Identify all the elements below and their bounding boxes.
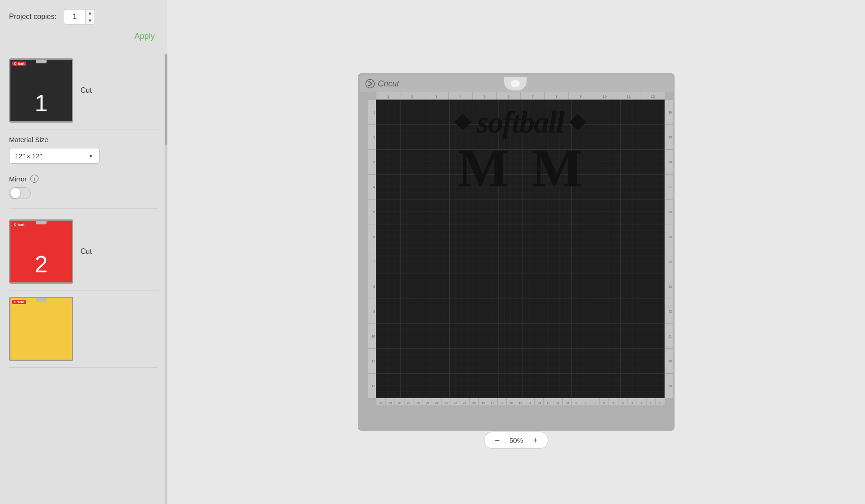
rbt-6: 6 [599,398,609,405]
rbt-10: 10 [562,398,572,405]
spinner-down[interactable]: ▼ [86,17,95,25]
diamond-right [570,114,586,131]
rbt-13: 13 [534,398,544,405]
mat-handle-top [504,77,527,90]
mirror-section: Mirror i [9,170,158,204]
cricut-logo: Cricut [365,79,399,89]
rbt-24: 24 [432,398,441,405]
rtl-4: 4 [368,174,376,199]
rbt-25: 25 [423,398,432,405]
corner-spacer [368,92,376,100]
rbt-2: 2 [637,398,646,405]
ruler-tick-10: 10 [593,92,617,100]
material-size-label: Material Size [9,136,158,143]
letter-m-left: M [458,141,509,195]
rbt-23: 23 [441,398,451,405]
bottom-corner-l [368,398,376,405]
ruler-tick-12: 12 [641,92,665,100]
sidebar: Project copies: ▲ ▼ Apply Cricut 1 Cut [0,0,167,504]
rbt-4: 4 [618,398,627,405]
cricut-badge-3: Cricut [12,300,26,304]
mat-grid: softball M M [376,100,665,398]
corner-spacer-r [665,92,673,100]
rtl-5: 5 [368,199,376,224]
mat-header: Cricut [360,75,673,92]
bottom-corner-r [665,398,673,405]
ruler-tick-5: 5 [472,92,496,100]
letter-m-right: M [532,141,583,195]
rtr-24: 24 [665,249,673,274]
rbt-L: L [655,398,665,405]
mat-thumbnail-2: Cricut 2 [9,219,73,284]
cricut-badge-1: Cricut [12,62,26,66]
mat-handle-3 [36,298,47,302]
rtr-22: 22 [665,299,673,323]
cricut-icon [365,79,375,89]
cricut-badge-2: Cricut [12,223,26,227]
rtr-23: 23 [665,274,673,299]
rtl-10: 10 [368,323,376,348]
zoom-controls: − 50% + [484,432,548,449]
section-divider [9,208,158,209]
apply-button[interactable]: Apply [131,30,158,43]
mirror-toggle[interactable] [9,187,31,199]
zoom-level-label: 50% [507,437,525,444]
rtl-12: 12 [368,373,376,398]
spinner-up[interactable]: ▲ [86,9,95,17]
mirror-info-icon[interactable]: i [30,175,38,183]
rtl-8: 8 [368,274,376,299]
spinner-arrows: ▲ ▼ [85,9,95,24]
ruler-right: 30 29 28 27 26 25 24 23 22 21 20 19 [665,100,673,398]
copies-spinner[interactable]: ▲ ▼ [64,9,95,24]
copies-input[interactable] [64,13,85,21]
rbt-29: 29 [385,398,395,405]
ruler-tick-9: 9 [568,92,592,100]
rbt-1: 1 [646,398,656,405]
mat-cards-container: Cricut 1 Cut Material Size 12" x 12" ▼ M… [9,52,158,504]
mm-row: M M [458,141,583,195]
ruler-tick-4: 4 [448,92,472,100]
mat-card-3[interactable]: Cricut [9,290,158,368]
zoom-out-button[interactable]: − [492,435,503,446]
ruler-tick-3: 3 [424,92,448,100]
size-dropdown[interactable]: 12" x 12" ▼ [9,148,100,164]
rbt-28: 28 [394,398,404,405]
rtr-25: 25 [665,224,673,249]
mirror-label-row: Mirror i [9,175,158,183]
project-copies-label: Project copies: [9,13,57,21]
rtl-9: 9 [368,299,376,323]
rtr-30: 30 [665,100,673,124]
rbt-18: 18 [488,398,497,405]
mat-handle-1 [36,60,47,63]
rbt-30: 30 [376,398,385,405]
mat-thumbnail-1: Cricut 1 [9,58,73,123]
rbt-11: 11 [553,398,562,405]
rtr-19: 19 [665,373,673,398]
rbt-20: 20 [469,398,479,405]
mat-number-1: 1 [35,90,48,117]
mat-label-2: Cut [81,247,92,256]
ruler-tick-1: 1 [376,92,400,100]
ruler-tick-11: 11 [617,92,641,100]
cricut-logo-text: Cricut [378,79,399,89]
rbt-12: 12 [543,398,553,405]
rtr-27: 27 [665,174,673,199]
rbt-14: 14 [525,398,534,405]
rbt-5: 5 [608,398,618,405]
rbt-3: 3 [627,398,637,405]
material-size-section: Material Size 12" x 12" ▼ [9,129,158,170]
top-ruler-row: 1 2 3 4 5 6 7 8 9 10 11 12 [368,92,673,100]
rtr-28: 28 [665,149,673,174]
rtl-1: 1 [368,100,376,124]
zoom-in-button[interactable]: + [530,435,541,446]
rtl-6: 6 [368,224,376,249]
bottom-ruler-row: 30 29 28 27 26 25 24 23 22 21 20 19 18 1… [368,398,673,405]
softball-row: softball [457,107,584,138]
diamond-left [455,114,471,131]
toggle-thumb [10,188,20,198]
mat-design-content: softball M M [390,107,650,195]
mat-card-1[interactable]: Cricut 1 Cut [9,52,158,129]
mirror-label: Mirror [9,175,27,183]
mat-card-2[interactable]: Cricut 2 Cut [9,213,158,290]
rtr-21: 21 [665,323,673,348]
